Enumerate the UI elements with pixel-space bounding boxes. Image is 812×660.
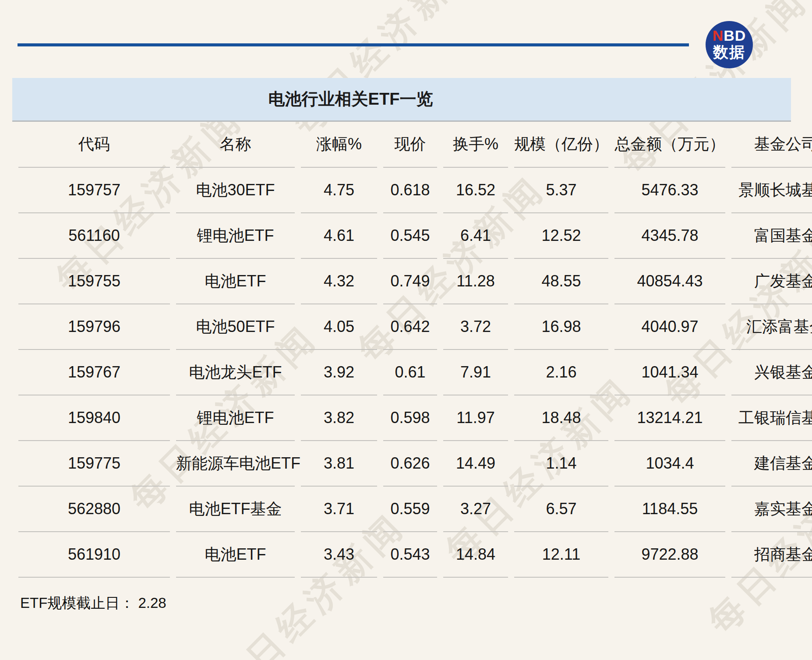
cell-code: 159796 bbox=[18, 304, 170, 350]
nbd-data-logo: NBD 数据 bbox=[706, 21, 753, 68]
cell-fund-company: 工银瑞信基金 bbox=[731, 395, 812, 441]
column-header-fund-company: 基金公司 bbox=[731, 122, 812, 168]
column-header-total-amount: 总金额（万元） bbox=[614, 122, 725, 168]
cell-total-amount: 4040.97 bbox=[614, 304, 725, 350]
cell-scale: 2.16 bbox=[514, 350, 608, 395]
cell-turnover-pct: 14.84 bbox=[443, 532, 508, 578]
cell-turnover-pct: 3.72 bbox=[443, 304, 508, 350]
cell-name: 电池30ETF bbox=[176, 168, 295, 213]
cell-name: 电池ETF bbox=[176, 532, 295, 578]
page-title: 电池行业相关ETF一览 bbox=[268, 78, 433, 120]
cell-total-amount: 1041.34 bbox=[614, 350, 725, 395]
column-header-code: 代码 bbox=[18, 122, 170, 168]
header-divider-rule bbox=[18, 43, 689, 46]
column-header-name: 名称 bbox=[176, 122, 295, 168]
nbd-logo-wordmark: NBD bbox=[706, 28, 753, 43]
infographic-page: 每日经济新闻 每日经济新闻 每日经济新闻 每日经济新闻 每日经济新闻 每日经济新… bbox=[0, 0, 812, 660]
cell-name: 电池50ETF bbox=[176, 304, 295, 350]
cell-fund-company: 富国基金 bbox=[731, 213, 812, 259]
cell-total-amount: 13214.21 bbox=[614, 395, 725, 441]
cell-price: 0.598 bbox=[383, 395, 437, 441]
cell-change-pct: 4.05 bbox=[301, 304, 377, 350]
cell-price: 0.749 bbox=[383, 259, 437, 304]
cell-total-amount: 5476.33 bbox=[614, 168, 725, 213]
table-row: 159840 锂电池ETF 3.82 0.598 11.97 18.48 132… bbox=[18, 395, 812, 441]
cell-price: 0.559 bbox=[383, 487, 437, 532]
cell-turnover-pct: 7.91 bbox=[443, 350, 508, 395]
cell-change-pct: 3.71 bbox=[301, 487, 377, 532]
cell-scale: 5.37 bbox=[514, 168, 608, 213]
cell-code: 159757 bbox=[18, 168, 170, 213]
nbd-logo-subtitle: 数据 bbox=[706, 43, 753, 61]
cell-total-amount: 1184.55 bbox=[614, 487, 725, 532]
cell-total-amount: 40854.43 bbox=[614, 259, 725, 304]
footnote-etf-cutoff-date: ETF规模截止日： 2.28 bbox=[20, 593, 812, 613]
cell-scale: 48.55 bbox=[514, 259, 608, 304]
cell-total-amount: 9722.88 bbox=[614, 532, 725, 578]
column-header-turnover-pct: 换手% bbox=[443, 122, 508, 168]
cell-price: 0.626 bbox=[383, 441, 437, 487]
nbd-logo-letter-n: N bbox=[713, 27, 724, 44]
title-wrap: 电池行业相关ETF一览 bbox=[12, 78, 689, 120]
cell-name: 锂电池ETF bbox=[176, 213, 295, 259]
column-header-price: 现价 bbox=[383, 122, 437, 168]
cell-code: 562880 bbox=[18, 487, 170, 532]
cell-code: 159755 bbox=[18, 259, 170, 304]
cell-name: 电池ETF基金 bbox=[176, 487, 295, 532]
cell-scale: 12.11 bbox=[514, 532, 608, 578]
table-header-row: 代码 名称 涨幅% 现价 换手% 规模（亿份） 总金额（万元） 基金公司 bbox=[18, 122, 812, 168]
cell-scale: 16.98 bbox=[514, 304, 608, 350]
cell-total-amount: 1034.4 bbox=[614, 441, 725, 487]
cell-fund-company: 嘉实基金 bbox=[731, 487, 812, 532]
table-row: 561160 锂电池ETF 4.61 0.545 6.41 12.52 4345… bbox=[18, 213, 812, 259]
cell-change-pct: 4.75 bbox=[301, 168, 377, 213]
title-band: 电池行业相关ETF一览 bbox=[12, 78, 791, 122]
table-row: 159755 电池ETF 4.32 0.749 11.28 48.55 4085… bbox=[18, 259, 812, 304]
table-row: 159796 电池50ETF 4.05 0.642 3.72 16.98 404… bbox=[18, 304, 812, 350]
cell-code: 561160 bbox=[18, 213, 170, 259]
cell-change-pct: 3.82 bbox=[301, 395, 377, 441]
cell-change-pct: 3.81 bbox=[301, 441, 377, 487]
cell-price: 0.61 bbox=[383, 350, 437, 395]
cell-fund-company: 景顺长城基金 bbox=[731, 168, 812, 213]
cell-scale: 6.57 bbox=[514, 487, 608, 532]
cell-code: 159767 bbox=[18, 350, 170, 395]
cell-turnover-pct: 11.97 bbox=[443, 395, 508, 441]
cell-turnover-pct: 11.28 bbox=[443, 259, 508, 304]
cell-name: 电池ETF bbox=[176, 259, 295, 304]
table-row: 159767 电池龙头ETF 3.92 0.61 7.91 2.16 1041.… bbox=[18, 350, 812, 395]
cell-price: 0.543 bbox=[383, 532, 437, 578]
cell-scale: 1.14 bbox=[514, 441, 608, 487]
cell-turnover-pct: 6.41 bbox=[443, 213, 508, 259]
cell-price: 0.618 bbox=[383, 168, 437, 213]
cell-turnover-pct: 14.49 bbox=[443, 441, 508, 487]
cell-name: 新能源车电池ETF bbox=[176, 441, 295, 487]
column-header-scale: 规模（亿份） bbox=[514, 122, 608, 168]
cell-name: 电池龙头ETF bbox=[176, 350, 295, 395]
cell-price: 0.545 bbox=[383, 213, 437, 259]
cell-change-pct: 3.92 bbox=[301, 350, 377, 395]
table-row: 562880 电池ETF基金 3.71 0.559 3.27 6.57 1184… bbox=[18, 487, 812, 532]
cell-turnover-pct: 16.52 bbox=[443, 168, 508, 213]
cell-scale: 18.48 bbox=[514, 395, 608, 441]
cell-fund-company: 汇添富基金 bbox=[731, 304, 812, 350]
cell-fund-company: 招商基金 bbox=[731, 532, 812, 578]
table-row: 561910 电池ETF 3.43 0.543 14.84 12.11 9722… bbox=[18, 532, 812, 578]
cell-fund-company: 建信基金 bbox=[731, 441, 812, 487]
cell-name: 锂电池ETF bbox=[176, 395, 295, 441]
cell-change-pct: 4.61 bbox=[301, 213, 377, 259]
cell-code: 159775 bbox=[18, 441, 170, 487]
cell-fund-company: 兴银基金 bbox=[731, 350, 812, 395]
cell-code: 159840 bbox=[18, 395, 170, 441]
cell-code: 561910 bbox=[18, 532, 170, 578]
cell-change-pct: 4.32 bbox=[301, 259, 377, 304]
cell-scale: 12.52 bbox=[514, 213, 608, 259]
cell-total-amount: 4345.78 bbox=[614, 213, 725, 259]
cell-fund-company: 广发基金 bbox=[731, 259, 812, 304]
table-row: 159775 新能源车电池ETF 3.81 0.626 14.49 1.14 1… bbox=[18, 441, 812, 487]
cell-change-pct: 3.43 bbox=[301, 532, 377, 578]
cell-turnover-pct: 3.27 bbox=[443, 487, 508, 532]
nbd-logo-letters-bd: BD bbox=[724, 27, 746, 44]
etf-table: 代码 名称 涨幅% 现价 换手% 规模（亿份） 总金额（万元） 基金公司 159… bbox=[12, 122, 812, 578]
table-row: 159757 电池30ETF 4.75 0.618 16.52 5.37 547… bbox=[18, 168, 812, 213]
